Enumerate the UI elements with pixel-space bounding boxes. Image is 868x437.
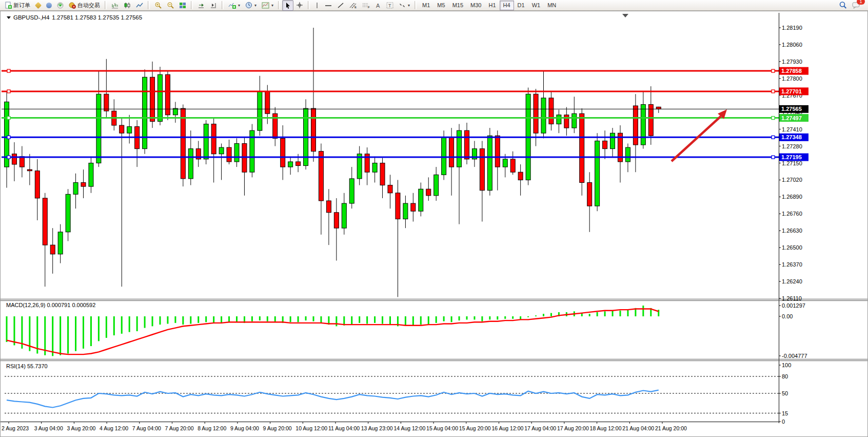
candlestick-chart-button[interactable] [121, 0, 133, 11]
candle-body[interactable] [89, 163, 93, 187]
candle-body[interactable] [104, 94, 109, 111]
candle-body[interactable] [587, 183, 592, 206]
candle-body[interactable] [150, 77, 155, 121]
line-handle[interactable] [7, 156, 10, 159]
candle-body[interactable] [227, 147, 231, 162]
candle-body[interactable] [610, 133, 615, 148]
candle-body[interactable] [518, 172, 523, 180]
candle-body[interactable] [66, 194, 70, 232]
candle-body[interactable] [426, 189, 431, 196]
candle-body[interactable] [403, 203, 408, 219]
line-handle[interactable] [7, 136, 10, 139]
candle-body[interactable] [442, 137, 446, 175]
candle-body[interactable] [319, 151, 323, 201]
equidistant-channel-tool-button[interactable]: E [347, 0, 360, 11]
chart-shift-button[interactable] [207, 0, 220, 11]
candle-body[interactable] [633, 106, 638, 145]
tile-windows-button[interactable] [176, 0, 189, 11]
timeframe-button-m30[interactable]: M30 [467, 1, 485, 10]
candle-body[interactable] [396, 193, 400, 219]
candle-body[interactable] [580, 113, 584, 182]
timeframe-button-h4[interactable]: H4 [500, 1, 514, 10]
notifications-button[interactable]: 1 [850, 0, 863, 11]
candle-body[interactable] [595, 141, 600, 206]
candle-body[interactable] [258, 91, 262, 130]
candle-body[interactable] [411, 203, 416, 211]
timeframe-button-h1[interactable]: H1 [485, 1, 499, 10]
candle-body[interactable] [326, 201, 331, 213]
text-tool-button[interactable]: A [372, 0, 384, 11]
candle-body[interactable] [495, 136, 500, 167]
trendline-tool-button[interactable] [334, 0, 347, 11]
candle-body[interactable] [534, 94, 538, 133]
timeframe-button-m1[interactable]: M1 [419, 1, 433, 10]
crosshair-tool-button[interactable] [293, 0, 306, 11]
candle-body[interactable] [465, 130, 469, 159]
candle-body[interactable] [457, 130, 462, 167]
search-button[interactable] [836, 0, 850, 11]
candle-body[interactable] [434, 175, 439, 196]
timeframe-button-w1[interactable]: W1 [528, 1, 544, 10]
periods-button[interactable]: ▾ [243, 0, 259, 11]
horizontal-line-tool-button[interactable] [322, 0, 334, 11]
zoom-out-button[interactable] [164, 0, 176, 11]
candle-body[interactable] [487, 136, 492, 190]
line-chart-button[interactable] [133, 0, 146, 11]
indicators-button[interactable]: ▾ [226, 0, 243, 11]
candle-body[interactable] [380, 163, 385, 185]
candle-body[interactable] [349, 179, 354, 203]
candle-body[interactable] [503, 159, 507, 167]
line-handle[interactable] [7, 117, 10, 120]
candle-body[interactable] [388, 185, 392, 193]
candle-body[interactable] [27, 169, 32, 171]
candle-body[interactable] [342, 203, 346, 228]
templates-button[interactable]: ▾ [259, 0, 276, 11]
candle-body[interactable] [625, 147, 630, 162]
candle-body[interactable] [12, 154, 16, 164]
line-handle[interactable] [7, 90, 10, 93]
candle-body[interactable] [656, 107, 661, 109]
candle-body[interactable] [35, 171, 40, 198]
candle-body[interactable] [204, 124, 208, 159]
candle-body[interactable] [419, 189, 423, 211]
candle-body[interactable] [234, 143, 239, 161]
candle-body[interactable] [372, 163, 377, 173]
candle-body[interactable] [603, 141, 607, 148]
candle-body[interactable] [211, 124, 216, 154]
auto-trading-button[interactable]: 自动交易 [66, 0, 103, 11]
line-handle[interactable] [772, 69, 775, 72]
candle-body[interactable] [541, 98, 546, 133]
market-watch-button[interactable] [44, 0, 54, 11]
candle-body[interactable] [311, 108, 316, 151]
candle-body[interactable] [81, 183, 86, 187]
candle-body[interactable] [564, 115, 569, 128]
line-handle[interactable] [772, 136, 775, 139]
candle-body[interactable] [288, 162, 293, 167]
timeframe-button-m5[interactable]: M5 [433, 1, 448, 10]
chart-menu-caret-icon[interactable] [7, 16, 11, 19]
candle-body[interactable] [127, 127, 132, 134]
candle-body[interactable] [43, 198, 47, 245]
line-handle[interactable] [772, 156, 775, 159]
text-label-tool-button[interactable]: T [384, 0, 396, 11]
candle-body[interactable] [572, 113, 577, 128]
candle-body[interactable] [281, 138, 285, 167]
candle-body[interactable] [265, 91, 270, 113]
new-order-button[interactable]: 新订单 [2, 0, 33, 11]
vertical-line-tool-button[interactable] [312, 0, 322, 11]
line-handle[interactable] [772, 90, 775, 93]
bar-chart-button[interactable] [109, 0, 121, 11]
candle-body[interactable] [58, 232, 63, 254]
candle-body[interactable] [96, 94, 101, 163]
candle-body[interactable] [181, 108, 185, 179]
candle-body[interactable] [549, 98, 554, 124]
candle-body[interactable] [173, 108, 177, 115]
line-handle[interactable] [772, 117, 775, 120]
candle-body[interactable] [50, 245, 55, 254]
fibonacci-tool-button[interactable]: F [360, 0, 372, 11]
candle-body[interactable] [449, 137, 454, 167]
auto-scroll-button[interactable] [195, 0, 207, 11]
chart-canvas[interactable]: 1.281901.280601.279301.278001.276701.275… [1, 11, 867, 436]
timeframe-button-mn[interactable]: MN [544, 1, 560, 10]
timeframe-button-m15[interactable]: M15 [449, 1, 467, 10]
